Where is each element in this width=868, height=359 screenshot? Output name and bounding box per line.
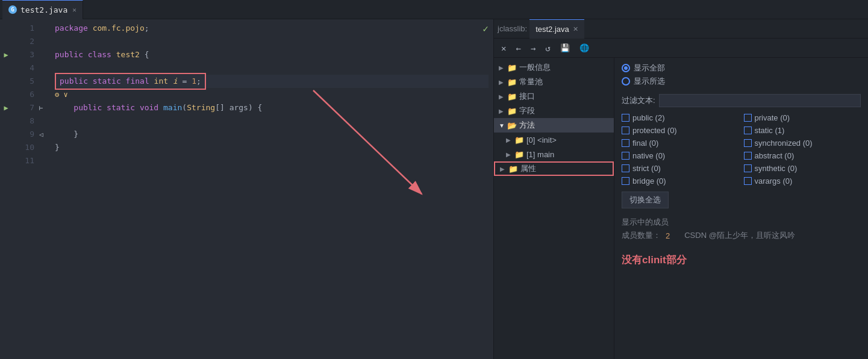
fn-main: main [163, 101, 182, 114]
toolbar-back-btn[interactable]: ← [513, 42, 523, 54]
tree-item-init[interactable]: ▶ 📁 [0] <init> [494, 133, 614, 147]
code-line-10: } [55, 141, 489, 154]
checkbox-box-abstract [744, 152, 752, 160]
code-line-11 [55, 154, 489, 167]
checkbox-synthetic[interactable]: synthetic (0) [744, 164, 861, 173]
type-string: String [187, 101, 215, 114]
code-line-8 [55, 114, 489, 128]
kw-public-3: public [55, 48, 88, 61]
line-numbers: 1 2 3 4 5 6 7 8 9 10 11 [12, 22, 39, 359]
kw-public-5: public [60, 75, 93, 88]
run-icon-7[interactable]: ▶ [4, 104, 8, 112]
checkbox-static[interactable]: static (1) [744, 126, 861, 135]
radio-label-all: 显示全部 [634, 63, 665, 73]
jclasslib-body: ▶ 📁 一般信息 ▶ 📁 常量池 ▶ 📁 接口 ▶ [494, 58, 868, 359]
checkbox-label-synthetic: synthetic (0) [755, 164, 798, 173]
toolbar-web-btn[interactable]: 🌐 [577, 42, 592, 54]
checkbox-label-abstract: abstract (0) [755, 151, 795, 160]
tree-item-attributes[interactable]: ▶ 📁 属性 [494, 161, 614, 176]
param-args: args [229, 101, 248, 114]
toolbar-save-btn[interactable]: 💾 [558, 42, 572, 54]
jclasslib-file-tab[interactable]: test2.java ✕ [529, 19, 584, 39]
checkbox-box-native [622, 152, 629, 160]
checkbox-abstract[interactable]: abstract (0) [744, 151, 861, 160]
checkbox-native[interactable]: native (0) [622, 151, 739, 160]
checkbox-label-private: private (0) [755, 113, 790, 122]
class-name: test2 [116, 48, 145, 61]
checkbox-synchronized[interactable]: synchronized (0) [744, 139, 861, 148]
checkbox-protected[interactable]: protected (0) [622, 126, 739, 135]
checkbox-box-final [622, 139, 629, 147]
tree-label-init: [0] <init> [526, 136, 557, 145]
folder-icon-init: 📁 [514, 136, 524, 145]
run-icon-3[interactable]: ▶ [4, 51, 8, 59]
tree-label-methods: 方法 [519, 120, 535, 131]
code-line-2 [55, 35, 489, 48]
tree-arrow-init: ▶ [506, 137, 512, 143]
tree-arrow-attributes: ▶ [500, 166, 506, 172]
punct-10: } [55, 141, 60, 154]
filter-input[interactable] [659, 94, 861, 107]
checkbox-box-synchronized [744, 139, 752, 147]
jclasslib-toolbar: ✕ ← → ↺ 💾 🌐 [494, 39, 868, 58]
punct-7b: [] [215, 101, 229, 114]
checkbox-varargs[interactable]: varargs (0) [744, 176, 861, 186]
tree-item-constants[interactable]: ▶ 📁 常量池 [494, 75, 614, 89]
tab-test2-java[interactable]: G test2.java ✕ [2, 0, 83, 19]
checkbox-public[interactable]: public (2) [622, 113, 739, 122]
checkbox-label-bridge: bridge (0) [632, 176, 666, 186]
tree-arrow-interfaces: ▶ [499, 93, 505, 100]
gutter-7: ▶ [0, 101, 12, 114]
toolbar-reload-btn[interactable]: ↺ [543, 42, 552, 54]
folder-icon-methods: 📂 [507, 121, 517, 130]
tree-label-attributes: 属性 [520, 163, 536, 174]
kw-package: package [55, 22, 93, 35]
folder-icon-interfaces: 📁 [507, 92, 517, 101]
checkbox-label-synchronized: synchronized (0) [755, 139, 813, 148]
punct-1: ; [145, 22, 149, 35]
jclasslib-tab-close-icon[interactable]: ✕ [573, 25, 578, 33]
checkbox-strict[interactable]: strict (0) [622, 164, 739, 173]
code-line-5: public static final int i = 1; [55, 75, 489, 88]
checkbox-bridge[interactable]: bridge (0) [622, 176, 739, 186]
tab-close-icon[interactable]: ✕ [72, 6, 76, 14]
tree-label-general: 一般信息 [519, 62, 551, 73]
kw-static-5: static [93, 75, 126, 88]
switch-all-btn[interactable]: 切换全选 [622, 192, 669, 208]
gutter-3: ▶ [0, 48, 12, 61]
gutter-10 [0, 141, 12, 154]
tree-item-fields[interactable]: ▶ 📁 字段 [494, 104, 614, 118]
checkbox-private[interactable]: private (0) [744, 113, 861, 122]
checkbox-label-public: public (2) [632, 113, 664, 122]
jclasslib-panel: jclasslib: test2.java ✕ ✕ ← → ↺ 💾 🌐 ▶ 📁 [494, 19, 868, 359]
checkbox-label-static: static (1) [755, 126, 785, 135]
gutter-1 [0, 22, 12, 35]
author-label: CSDN @陌上少年，且听这风吟 [684, 230, 795, 241]
tree-item-methods[interactable]: ▼ 📂 方法 [494, 118, 614, 133]
checkbox-box-synthetic [744, 164, 752, 172]
tree-item-interfaces[interactable]: ▶ 📁 接口 [494, 89, 614, 104]
toolbar-close-btn[interactable]: ✕ [499, 42, 508, 54]
tree-item-general[interactable]: ▶ 📁 一般信息 [494, 60, 614, 75]
line5-highlight-box: public static final int i = 1; [55, 73, 206, 90]
num-1: 1 [192, 75, 196, 88]
checkbox-final[interactable]: final (0) [622, 139, 739, 148]
java-file-icon: G [8, 5, 17, 14]
radio-label-selected: 显示所选 [634, 76, 665, 87]
members-section-label: 显示中的成员 [622, 217, 861, 228]
gutter-6 [0, 88, 12, 101]
gutter-area: ▶ ▶ [0, 22, 12, 359]
code-line-6: ⚙ ∨ [55, 88, 489, 101]
detail-panel: 显示全部 显示所选 过滤文本: [614, 58, 868, 359]
toolbar-forward-btn[interactable]: → [528, 42, 538, 54]
gutter-4 [0, 61, 12, 75]
tree-label-interfaces: 接口 [519, 91, 535, 102]
radio-show-all[interactable]: 显示全部 [622, 63, 861, 73]
members-count-label: 成员数量： [622, 230, 661, 241]
tree-label-main: [1] main [526, 150, 554, 159]
radio-dot-selected [622, 77, 630, 86]
tree-item-main[interactable]: ▶ 📁 [1] main [494, 147, 614, 161]
radio-show-selected[interactable]: 显示所选 [622, 76, 861, 87]
kw-void: void [140, 101, 163, 114]
var-i: i [173, 75, 178, 88]
